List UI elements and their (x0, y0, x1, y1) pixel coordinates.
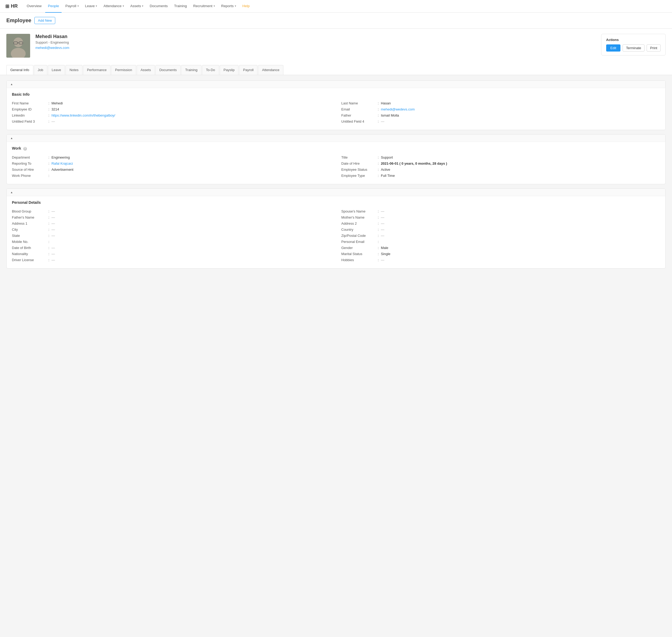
field-label: Employee ID (12, 107, 46, 111)
field-label: Date of Hire (341, 162, 376, 165)
nav-leave[interactable]: Leave▾ (83, 0, 100, 13)
tab-leave[interactable]: Leave (48, 65, 65, 75)
employee-department: Support - Engineering (35, 40, 596, 44)
field-label: Linkedin (12, 113, 46, 117)
field-label: Spouse's Name (341, 210, 376, 213)
tab-payslip[interactable]: Payslip (220, 65, 239, 75)
field-label: Zip/Postal Code (341, 234, 376, 238)
employee-info: Mehedi Hasan Support - Engineering mehed… (35, 34, 596, 50)
terminate-button[interactable]: Terminate (622, 44, 644, 52)
tab-general-info[interactable]: General Info (6, 65, 33, 75)
tab-attendance[interactable]: Attendance (258, 65, 284, 75)
field-label: Father's Name (12, 215, 46, 219)
field-label: Title (341, 156, 376, 159)
info-row: Employee ID : 3214 (12, 106, 331, 112)
field-label: Driver License (12, 258, 46, 262)
field-label: Employee Status (341, 168, 376, 171)
nav-payroll[interactable]: Payroll▾ (63, 0, 81, 13)
nav-help[interactable]: Help (240, 0, 252, 13)
field-value: — (52, 120, 55, 124)
personal-details-toggle[interactable]: ▲ (6, 189, 666, 196)
field-label: Untitled Field 4 (341, 120, 376, 124)
info-row: Mother's Name : — (341, 214, 660, 220)
employee-email-link[interactable]: mehedi@wedevs.com (35, 46, 69, 50)
info-row: Mobile No. : (12, 239, 331, 245)
field-label: Nationality (12, 252, 46, 256)
tab-documents[interactable]: Documents (156, 65, 181, 75)
info-row: Marital Status : Single (341, 251, 660, 257)
field-label: Father (341, 113, 376, 117)
personal-col-right: Spouse's Name : — Mother's Name : — Addr… (341, 208, 660, 263)
info-row: Untitled Field 3 : — (12, 119, 331, 125)
info-row: Department : Engineering (12, 154, 331, 161)
info-row: Father's Name : — (12, 214, 331, 220)
nav-overview[interactable]: Overview (24, 0, 44, 13)
nav-recruitment[interactable]: Recruitment▾ (190, 0, 218, 13)
chevron-down-icon: ▾ (96, 4, 97, 7)
nav-assets[interactable]: Assets▾ (128, 0, 146, 13)
field-value: Hasan (381, 101, 391, 105)
info-row: Father : Ismail Molla (341, 112, 660, 119)
actions-box: Actions Edit Terminate Print (601, 34, 666, 55)
field-label: Personal Email (341, 240, 376, 244)
work-col-left: Department : Engineering Reporting To : … (12, 154, 331, 179)
field-value: — (381, 221, 384, 225)
field-value: — (52, 210, 55, 213)
field-value: — (52, 228, 55, 232)
tab-notes[interactable]: Notes (66, 65, 83, 75)
work-toggle[interactable]: ▲ (6, 134, 666, 142)
info-row: Nationality : — (12, 251, 331, 257)
employee-profile: Mehedi Hasan Support - Engineering mehed… (0, 29, 672, 63)
field-value: — (381, 210, 384, 213)
tab-payroll[interactable]: Payroll (239, 65, 257, 75)
field-value: Ismail Molla (381, 113, 399, 117)
basic-info-toggle[interactable]: ▲ (6, 80, 666, 88)
work-heading: Work ? (12, 146, 660, 151)
linkedin-link[interactable]: https://www.linkedin.com/in/thebengalboy… (52, 113, 115, 117)
print-button[interactable]: Print (647, 44, 661, 52)
field-value: Active (381, 168, 390, 171)
field-label: Address 1 (12, 221, 46, 225)
nav-people[interactable]: People (45, 0, 61, 13)
field-label: Source of Hire (12, 168, 46, 171)
edit-button[interactable]: Edit (606, 44, 620, 52)
field-value: 3214 (52, 107, 59, 111)
field-label: Email (341, 107, 376, 111)
personal-details-grid: Blood Group : — Father's Name : — Addres… (12, 208, 660, 263)
content-area: ▲ Basic Info First Name : Mehedi Employe… (0, 75, 672, 278)
info-row: Date of Hire : 2021-06-01 ( 0 years, 0 m… (341, 161, 660, 166)
info-row: Last Name : Hasan (341, 100, 660, 106)
info-row: Linkedin : https://www.linkedin.com/in/t… (12, 112, 331, 119)
tab-todo[interactable]: To-Do (202, 65, 219, 75)
field-label: Country (341, 228, 376, 232)
chevron-down-icon: ▾ (235, 4, 236, 7)
field-value: — (381, 234, 384, 238)
nav-attendance[interactable]: Attendance▾ (101, 0, 126, 13)
chevron-down-icon: ▾ (77, 4, 79, 7)
brand-logo[interactable]: ⊞ HR (5, 3, 18, 9)
email-link[interactable]: mehedi@wedevs.com (381, 107, 415, 111)
tab-job[interactable]: Job (34, 65, 47, 75)
info-row: Employee Status : Active (341, 166, 660, 172)
help-circle-icon[interactable]: ? (23, 147, 27, 151)
field-value: — (381, 120, 384, 124)
tab-training[interactable]: Training (181, 65, 201, 75)
reporting-to-link[interactable]: Rafal Krajcarz (52, 162, 73, 165)
field-label: Gender (341, 246, 376, 250)
tab-permission[interactable]: Permission (111, 65, 136, 75)
basic-info-body: Basic Info First Name : Mehedi Employee … (6, 88, 666, 130)
add-new-button[interactable]: Add New (34, 17, 55, 24)
tab-assets[interactable]: Assets (137, 65, 155, 75)
nav-documents[interactable]: Documents (147, 0, 170, 13)
basic-info-section: ▲ Basic Info First Name : Mehedi Employe… (6, 80, 666, 130)
personal-details-section: ▲ Personal Details Blood Group : — Fathe… (6, 188, 666, 269)
nav-reports[interactable]: Reports▾ (219, 0, 239, 13)
personal-col-left: Blood Group : — Father's Name : — Addres… (12, 208, 331, 263)
field-value: — (52, 258, 55, 262)
field-label: Address 2 (341, 221, 376, 225)
work-col-right: Title : Support Date of Hire : 2021-06-0… (341, 154, 660, 179)
info-row: Hobbies : — (341, 257, 660, 263)
tab-performance[interactable]: Performance (83, 65, 110, 75)
field-label: Employee Type (341, 174, 376, 178)
nav-training[interactable]: Training (171, 0, 189, 13)
